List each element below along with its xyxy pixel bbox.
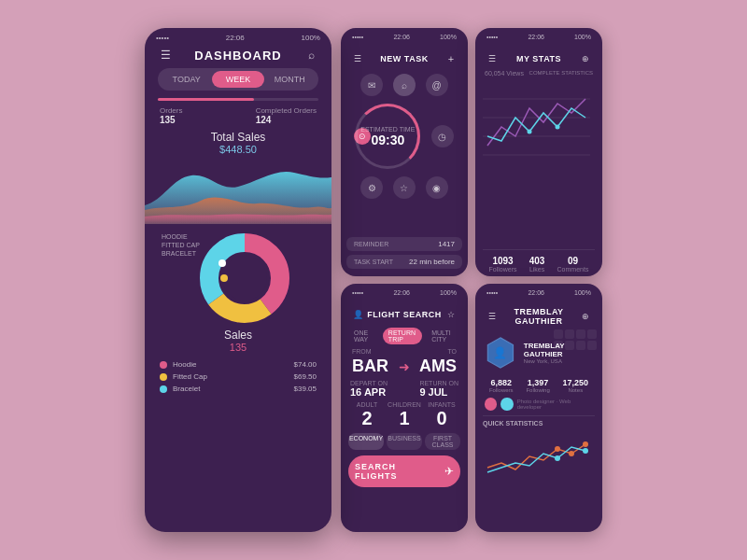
search-circle-icon[interactable]: ⌕ bbox=[393, 74, 416, 96]
progress-bar bbox=[158, 98, 318, 101]
stats-header: ☰ MY STATS ⊕ bbox=[475, 44, 602, 70]
signal-dots: ••••• bbox=[156, 34, 169, 42]
tab-return-trip[interactable]: RETURN TRIP bbox=[383, 328, 422, 344]
passenger-labels: ADULT CHILDREN INFANTS bbox=[341, 399, 468, 408]
quick-stats-chart bbox=[475, 428, 602, 532]
svg-point-5 bbox=[218, 259, 226, 267]
task-start-label: TASK START bbox=[354, 259, 393, 265]
tab-month[interactable]: MONTH bbox=[264, 71, 316, 88]
fs-person-icon[interactable]: 👤 bbox=[350, 307, 365, 322]
from-to-labels: FROM TO bbox=[341, 348, 468, 355]
plane-icon: ✈ bbox=[444, 465, 454, 478]
nt-battery: 100% bbox=[440, 34, 457, 40]
st-menu-icon[interactable]: ☰ bbox=[485, 51, 500, 66]
orders-stats-row: Orders 135 Completed Orders 124 bbox=[145, 106, 331, 125]
pr-add-icon[interactable]: ⊕ bbox=[578, 309, 593, 324]
legend-left-br: Bracelet bbox=[160, 385, 200, 393]
legend-item-bracelet: Bracelet $39.05 bbox=[160, 383, 317, 395]
flight-search-phone: ••••• 22:06 100% 👤 FLIGHT SEARCH ☆ ONE W… bbox=[341, 284, 468, 532]
donut-section: HOODIE FITTED CAP BRACELET bbox=[145, 224, 331, 325]
comments-stat: 09 Comments bbox=[557, 256, 589, 273]
star-icon[interactable]: ☆ bbox=[393, 176, 416, 199]
legend-left: Hoodie bbox=[160, 360, 196, 369]
orders-value: 135 bbox=[160, 115, 182, 125]
infants-label: INFANTS bbox=[423, 401, 460, 408]
stats-subtitle: COMPLETE STATISTICS bbox=[529, 70, 593, 77]
tab-week[interactable]: WEEK bbox=[212, 71, 263, 88]
quick-stats-svg bbox=[483, 430, 590, 477]
right-column: ••••• 22:06 100% ☰ NEW TASK + ✉ ⌕ @ ⊙ bbox=[341, 28, 602, 532]
dashboard-header: ☰ DASHBOARD ⌕ bbox=[145, 46, 331, 68]
st-add-icon[interactable]: ⊕ bbox=[578, 51, 593, 66]
legend-left-fc: Fitted Cap bbox=[160, 372, 207, 381]
passenger-counts: 2 1 0 bbox=[341, 408, 468, 431]
svg-point-6 bbox=[220, 274, 228, 282]
task-clock-area: ✉ ⌕ @ ⊙ ESTIMATED TIME 09:30 ◷ ⚙ ☆ bbox=[341, 70, 468, 235]
tab-multi-city[interactable]: MULTI CITY bbox=[426, 328, 460, 344]
nt-plus-icon[interactable]: + bbox=[444, 51, 458, 66]
area-chart bbox=[145, 159, 331, 224]
notes-count: 17,250 bbox=[563, 378, 589, 387]
donut-label-hoodie: HOODIE bbox=[162, 233, 200, 240]
depart-label: DEPART ON bbox=[350, 380, 388, 386]
bracelet-dot bbox=[160, 385, 167, 393]
fs-battery: 100% bbox=[440, 289, 457, 296]
class-business[interactable]: BUSINESS bbox=[387, 433, 422, 450]
adult-label: ADULT bbox=[348, 401, 386, 408]
pr-dots: ••••• bbox=[486, 289, 498, 296]
st-time: 22:06 bbox=[528, 34, 544, 40]
bell-icon[interactable]: ◉ bbox=[426, 176, 448, 199]
profile-following: 1,397 Following bbox=[526, 378, 549, 393]
class-first[interactable]: FIRST CLASS bbox=[425, 433, 460, 450]
dot-teal bbox=[500, 398, 513, 411]
dashboard-phone: ••••• 22:06 100% ☰ DASHBOARD ⌕ TODAY WEE… bbox=[145, 28, 331, 532]
class-tabs: ECONOMY BUSINESS FIRST CLASS bbox=[341, 431, 468, 454]
svg-point-12 bbox=[556, 125, 560, 130]
period-tab-bar: TODAY WEEK MONTH bbox=[158, 68, 318, 91]
tab-one-way[interactable]: ONE WAY bbox=[348, 328, 379, 344]
pr-battery: 100% bbox=[574, 289, 591, 296]
stats-chart-area bbox=[475, 77, 602, 247]
sales-title: Sales bbox=[145, 329, 331, 342]
sales-chart-svg bbox=[145, 159, 331, 224]
svg-point-16 bbox=[569, 451, 574, 456]
search-icon[interactable]: ⌕ bbox=[303, 48, 318, 63]
completed-label: Completed Orders bbox=[256, 106, 317, 115]
likes-label: Likes bbox=[529, 266, 545, 273]
nt-menu-icon[interactable]: ☰ bbox=[350, 51, 365, 66]
settings-icon[interactable]: ⚙ bbox=[360, 176, 383, 199]
total-sales-title: Total Sales bbox=[145, 131, 331, 144]
tab-today[interactable]: TODAY bbox=[161, 71, 212, 88]
menu-icon[interactable]: ☰ bbox=[158, 48, 173, 63]
svg-point-15 bbox=[555, 446, 560, 452]
stats-separator bbox=[483, 249, 595, 250]
fs-time: 22:06 bbox=[393, 289, 410, 296]
search-flights-label: SEARCH FLIGHTS bbox=[355, 462, 439, 481]
hoodie-price: $74.00 bbox=[294, 360, 317, 369]
mail-icon[interactable]: ✉ bbox=[360, 74, 383, 96]
following-count: 1,397 bbox=[526, 378, 549, 387]
class-economy[interactable]: ECONOMY bbox=[348, 433, 384, 450]
fs-star-icon[interactable]: ☆ bbox=[444, 307, 458, 322]
at-icon[interactable]: @ bbox=[426, 74, 448, 96]
comments-value: 09 bbox=[557, 256, 589, 266]
search-flights-button[interactable]: SEARCH FLIGHTS ✈ bbox=[348, 455, 460, 487]
bracelet-price: $39.05 bbox=[294, 385, 317, 393]
profile-header: ☰ TREMBLAY GAUTHIER ⊕ bbox=[475, 300, 602, 329]
route-arrow-icon: ➜ bbox=[399, 359, 410, 374]
profile-status-bar: ••••• 22:06 100% bbox=[475, 284, 602, 300]
orders-section: Orders 135 bbox=[160, 106, 182, 125]
flight-route: BAR ➜ AMS bbox=[341, 355, 468, 378]
flight-title: FLIGHT SEARCH bbox=[365, 310, 444, 319]
from-city: BAR bbox=[352, 357, 388, 376]
profile-followers: 6,882 Followers bbox=[489, 378, 514, 393]
pr-menu-icon[interactable]: ☰ bbox=[485, 309, 500, 324]
clock-icon[interactable]: ◷ bbox=[431, 125, 454, 147]
total-sales-section: Total Sales $448.50 bbox=[145, 129, 331, 159]
timer-label: ESTIMATED TIME bbox=[360, 126, 415, 133]
svg-point-18 bbox=[555, 455, 560, 461]
svg-point-11 bbox=[528, 130, 532, 134]
nt-dots: ••••• bbox=[352, 34, 363, 40]
total-sales-amount: $448.50 bbox=[145, 144, 331, 155]
svg-point-4 bbox=[222, 256, 267, 301]
